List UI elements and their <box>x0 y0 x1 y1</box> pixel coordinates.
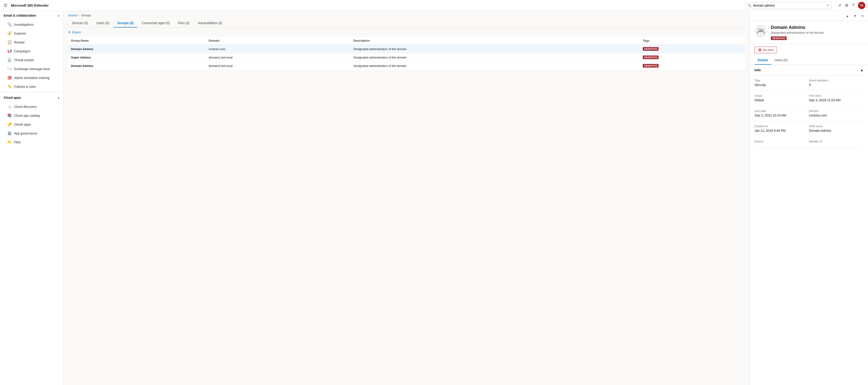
sidebar-item-investigations[interactable]: 🔍 Investigations <box>0 20 63 29</box>
sidebar-item-label: App governance <box>14 131 37 135</box>
groups-table: Group Name Domain Description Tags Domai… <box>68 37 745 70</box>
sidebar-item-label: Campaigns <box>14 49 30 53</box>
breadcrumb: Search › Groups <box>64 11 750 19</box>
cloud-apps-chevron-icon: ▲ <box>57 96 60 99</box>
help-icon[interactable]: ? <box>852 3 854 8</box>
sidebar-item-cloud-discovery[interactable]: ☁️ Cloud discovery <box>0 102 63 111</box>
sidebar-item-label: Review <box>14 40 25 44</box>
export-icon: ⬇ <box>68 30 71 34</box>
cell-description: Designated administrators of the domain <box>351 53 640 62</box>
breadcrumb-search[interactable]: Search <box>68 13 78 17</box>
topbar-icons: ↗ ⚙ ? TA <box>838 2 865 9</box>
main-panel: Search › Groups Devices (0) Users (0) Gr… <box>64 11 750 385</box>
cell-group-name: Domain Admins <box>68 45 206 53</box>
exchange-icon: ✉️ <box>7 67 12 71</box>
table-row[interactable]: Domain Admins contoso.com Designated adm… <box>68 45 745 53</box>
info-grid: TypeSecurityDirect members5ScopeGlobalFi… <box>754 75 863 148</box>
sidebar-item-label: Files <box>14 140 21 144</box>
topbar: ☰ Microsoft 365 Defender 🔍 ✕ ↗ ⚙ ? TA <box>0 0 868 11</box>
oauth-apps-icon: 🔑 <box>7 122 12 126</box>
threat-tracker-icon: 📡 <box>7 58 12 62</box>
global-search-input[interactable] <box>753 4 825 7</box>
sidebar-item-threat-tracker[interactable]: 📡 Threat tracker <box>0 56 63 64</box>
sidebar-item-exchange-message-trace[interactable]: ✉️ Exchange message trace <box>0 64 63 73</box>
info-cell-member-of: Member of <box>809 136 864 148</box>
review-icon: 📋 <box>7 40 12 45</box>
breadcrumb-groups: Groups <box>82 13 91 17</box>
cell-group-name: Super Admins <box>68 53 206 62</box>
breadcrumb-separator: › <box>79 13 80 17</box>
detail-tab-details[interactable]: Details <box>754 56 771 65</box>
info-cell-direct-members: Direct members5 <box>809 75 864 91</box>
tab-users[interactable]: Users (0) <box>93 19 113 28</box>
cloud-discovery-icon: ☁️ <box>7 105 12 109</box>
cell-description: Designated administrators of the domain <box>351 62 640 70</box>
col-group-name: Group Name <box>68 37 206 45</box>
sidebar-item-explorer[interactable]: 🧭 Explorer <box>0 29 63 38</box>
table-row[interactable]: Super Admins domain1.test.local Designat… <box>68 53 745 62</box>
table-row[interactable]: Domain Admins domain2.test.local Designa… <box>68 62 745 70</box>
content-area: Search › Groups Devices (0) Users (0) Gr… <box>64 11 868 385</box>
settings-icon[interactable]: ⚙ <box>845 3 848 8</box>
detail-tab-users[interactable]: Users (5) <box>771 56 791 65</box>
go-hunt-label: Go hunt <box>763 48 773 52</box>
share-icon[interactable]: ↗ <box>838 3 841 8</box>
cell-tags: SENSITIVE <box>640 45 745 53</box>
sidebar-section-email[interactable]: Email & collaboration ▲ <box>0 11 63 20</box>
export-button[interactable]: ⬇ Export <box>68 30 81 34</box>
detail-subtitle: Designated administrators of the domain <box>771 31 863 34</box>
cell-domain: contoso.com <box>206 45 350 53</box>
sidebar-section-cloud-apps[interactable]: Cloud apps ▲ <box>0 93 63 102</box>
cell-group-name: Domain Admins <box>68 62 206 70</box>
go-hunt-icon: 🎯 <box>758 48 762 52</box>
cell-domain: domain2.test.local <box>206 62 350 70</box>
search-clear-icon[interactable]: ✕ <box>827 4 829 7</box>
explorer-icon: 🧭 <box>7 31 12 35</box>
detail-title-area: Domain Admins Designated administrators … <box>771 25 863 40</box>
info-section-header[interactable]: Info ▲ <box>754 65 863 75</box>
sidebar-item-label: Attack simulation training <box>14 76 50 80</box>
detail-nav-down[interactable]: ▼ <box>852 13 858 19</box>
files-icon: 📁 <box>7 140 12 144</box>
tab-vulnerabilities[interactable]: Vulnerabilities (3) <box>194 19 226 28</box>
detail-close-button[interactable]: ✕ <box>860 13 865 19</box>
info-cell-domain: Domaincontoso.com <box>809 106 864 121</box>
sidebar-item-files[interactable]: 📁 Files <box>0 138 63 147</box>
tab-connected-apps[interactable]: Connected apps (0) <box>138 19 173 28</box>
col-description: Description <box>351 37 640 45</box>
sidebar-item-label: Exchange message trace <box>14 67 50 71</box>
campaigns-icon: 📢 <box>7 49 12 53</box>
info-cell-last-seen: Last seenSep 3, 2023 10:16 AM <box>754 106 809 121</box>
info-cell-source: Source <box>754 136 809 148</box>
info-cell-sam-name: SAM nameDomain Admins <box>809 121 864 136</box>
cloud-app-catalog-icon: 📚 <box>7 113 12 118</box>
sidebar-item-cloud-app-catalog[interactable]: 📚 Cloud app catalog <box>0 111 63 120</box>
detail-tabs: Details Users (5) <box>750 56 868 65</box>
info-cell-first-seen: First seenSep 3, 2018 11:03 AM <box>809 91 864 106</box>
go-hunt-button[interactable]: 🎯 Go hunt <box>754 47 777 53</box>
sensitive-badge: SENSITIVE <box>771 36 786 40</box>
detail-nav-up[interactable]: ▲ <box>844 13 850 19</box>
sidebar-item-label: Investigations <box>14 23 34 26</box>
cell-description: Designated administrators of the domain <box>351 45 640 53</box>
sidebar-item-app-governance[interactable]: 🏛️ App governance <box>0 129 63 138</box>
sidebar-item-oauth-apps[interactable]: 🔑 OAuth apps <box>0 120 63 129</box>
tab-groups[interactable]: Groups (3) <box>114 19 137 28</box>
sidebar-item-review[interactable]: 📋 Review <box>0 38 63 47</box>
info-collapse-icon: ▲ <box>860 68 863 72</box>
detail-panel: ▲ ▼ ✕ Domain Admins Designated administr… <box>750 11 868 385</box>
sidebar-item-policies-rules[interactable]: 📏 Policies & rules <box>0 82 63 91</box>
sidebar-item-label: Cloud app catalog <box>14 114 40 117</box>
tab-files[interactable]: Files (0) <box>174 19 193 28</box>
info-cell-scope: ScopeGlobal <box>754 91 809 106</box>
hamburger-icon[interactable]: ☰ <box>3 2 8 9</box>
email-chevron-icon: ▲ <box>57 14 60 17</box>
sidebar-item-attack-simulation-training[interactable]: 🎯 Attack simulation training <box>0 73 63 82</box>
info-cell-type: TypeSecurity <box>754 75 809 91</box>
global-search-box: 🔍 ✕ <box>745 2 831 9</box>
sidebar-item-campaigns[interactable]: 📢 Campaigns <box>0 47 63 56</box>
tab-devices[interactable]: Devices (0) <box>68 19 92 28</box>
sidebar-item-label: OAuth apps <box>14 123 31 126</box>
user-avatar[interactable]: TA <box>858 2 865 9</box>
sidebar: Email & collaboration ▲ 🔍 Investigations… <box>0 11 64 385</box>
